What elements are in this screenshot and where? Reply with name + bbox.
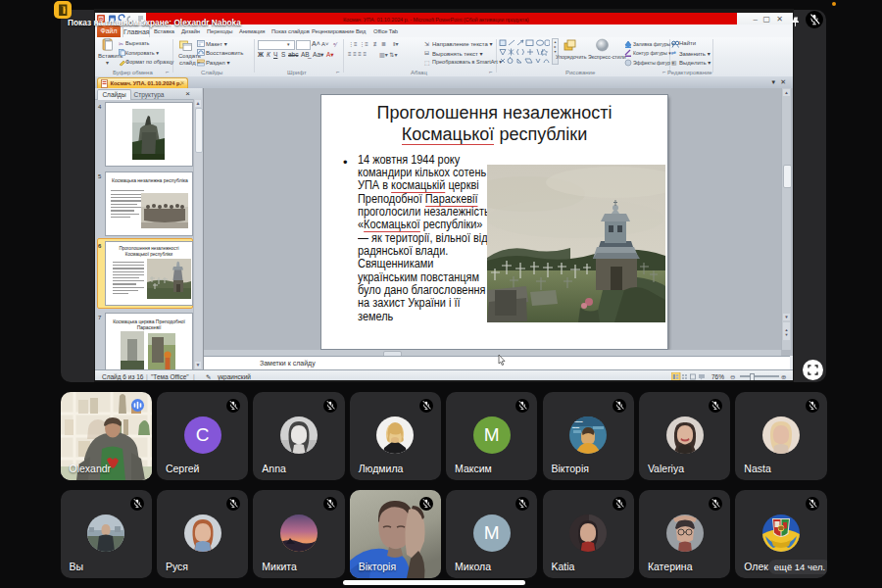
svg-text:▬▬▬: ▬▬▬ [572,419,583,423]
svg-text:▬▬: ▬▬ [572,425,580,429]
